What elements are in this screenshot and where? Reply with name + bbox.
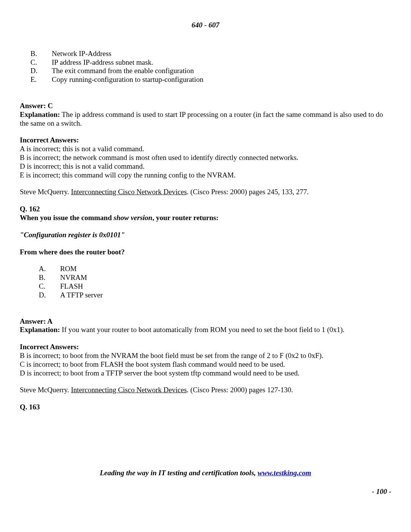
option-text: IP address IP-address subnet mask. <box>52 58 153 67</box>
option-letter: D. <box>30 67 52 75</box>
ref-title: Interconnecting Cisco Network Devices <box>71 188 186 196</box>
q161-reference: Steve McQuerry. Interconnecting Cisco Ne… <box>20 188 391 197</box>
answer-label: Answer: C <box>20 102 391 110</box>
option-row: B. NVRAM <box>39 273 391 282</box>
incorrect-label: Incorrect Answers: <box>20 343 391 351</box>
option-row: B. Network IP-Address <box>30 50 391 58</box>
incorrect-line: B is incorrect; to boot from the NVRAM t… <box>20 351 391 360</box>
option-letter: B. <box>30 50 52 58</box>
option-row: A. ROM <box>39 265 391 273</box>
q162-heading: Q. 162 <box>20 205 391 214</box>
q161-answer-block: Answer: C Explanation: The ip address co… <box>20 102 391 128</box>
page-number: - 100 - <box>20 487 391 496</box>
ref-suffix: . (Cisco Press: 2000) pages 245, 133, 27… <box>187 188 309 196</box>
option-row: C. FLASH <box>39 282 391 291</box>
option-letter: D. <box>39 291 60 300</box>
q162-reference: Steve McQuerry. Interconnecting Cisco Ne… <box>20 386 391 395</box>
q162-options: A. ROM B. NVRAM C. FLASH D. A TFTP serve… <box>39 265 391 299</box>
explanation-label: Explanation: <box>20 110 60 118</box>
prompt-prefix: When you issue the command <box>20 214 114 222</box>
ref-author: Steve McQuerry. <box>20 188 71 196</box>
option-letter: B. <box>39 273 60 282</box>
incorrect-line: A is incorrect; this is not a valid comm… <box>20 145 391 153</box>
prompt-suffix: , your router returns: <box>152 214 218 222</box>
option-text: ROM <box>60 265 76 273</box>
option-text: Network IP-Address <box>52 50 112 58</box>
footer-tagline: Leading the way in IT testing and certif… <box>20 469 391 478</box>
option-text: Copy running-configuration to startup-co… <box>52 75 203 84</box>
tagline-prefix: Leading the way in IT testing and certif… <box>100 469 258 477</box>
option-letter: C. <box>30 58 52 67</box>
explanation-text: The ip address command is used to start … <box>20 110 383 127</box>
option-text: NVRAM <box>60 273 87 282</box>
q161-incorrect-block: Incorrect Answers: A is incorrect; this … <box>20 136 391 179</box>
option-row: D. A TFTP server <box>39 291 391 300</box>
ref-title: Interconnecting Cisco Network Devices <box>71 386 186 394</box>
incorrect-line: C is incorrect; to boot from FLASH the b… <box>20 360 391 369</box>
explanation-label: Explanation: <box>20 326 60 334</box>
option-letter: A. <box>39 265 60 273</box>
option-row: D. The exit command from the enable conf… <box>30 67 391 75</box>
q162-register-output: "Configuration register is 0x0101" <box>20 231 391 240</box>
option-text: FLASH <box>60 282 83 291</box>
option-text: A TFTP server <box>60 291 103 300</box>
explanation-line: Explanation: If you want your router to … <box>20 326 391 334</box>
q161-options: B. Network IP-Address C. IP address IP-a… <box>30 50 391 84</box>
incorrect-line: E is incorrect; this command will copy t… <box>20 171 391 180</box>
answer-label: Answer: A <box>20 317 391 326</box>
q163-heading: Q. 163 <box>20 403 391 412</box>
ref-suffix: . (Cisco Press: 2000) pages 127-130. <box>187 386 293 394</box>
incorrect-line: B is incorrect; the network command is m… <box>20 153 391 162</box>
q162-boot-question: From where does the router boot? <box>20 248 391 257</box>
option-letter: C. <box>39 282 60 291</box>
option-text: The exit command from the enable configu… <box>52 67 194 75</box>
option-letter: E. <box>30 75 52 84</box>
option-row: E. Copy running-configuration to startup… <box>30 75 391 84</box>
footer-link[interactable]: www.testking.com <box>258 469 311 477</box>
incorrect-line: D is incorrect; to boot from a TFTP serv… <box>20 369 391 378</box>
ref-author: Steve McQuerry. <box>20 386 71 394</box>
option-row: C. IP address IP-address subnet mask. <box>30 58 391 67</box>
explanation-text: If you want your router to boot automati… <box>60 326 345 334</box>
explanation-line: Explanation: The ip address command is u… <box>20 110 391 128</box>
page-header: 640 - 607 <box>20 21 391 30</box>
q162-answer-block: Answer: A Explanation: If you want your … <box>20 317 391 335</box>
incorrect-label: Incorrect Answers: <box>20 136 391 145</box>
prompt-command: show version <box>114 214 153 222</box>
q162-prompt: When you issue the command show version,… <box>20 214 391 222</box>
q162-incorrect-block: Incorrect Answers: B is incorrect; to bo… <box>20 343 391 377</box>
incorrect-line: D is incorrect; this is not a valid comm… <box>20 162 391 171</box>
